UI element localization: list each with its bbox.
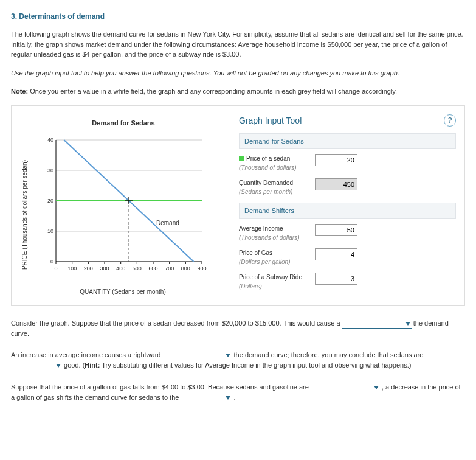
q1-dropdown[interactable] [342, 318, 412, 329]
intro-text: The following graph shows the demand cur… [11, 29, 465, 60]
quantity-output [315, 178, 357, 190]
chart-title: Demand for Sedans [20, 118, 227, 128]
input-tool-column: Graph Input Tool ? Demand for Sedans Pri… [227, 114, 456, 297]
gas-label: Price of Gas [239, 249, 272, 256]
chevron-down-icon [374, 386, 379, 389]
help-icon[interactable]: ? [444, 114, 456, 127]
svg-text:500: 500 [133, 265, 142, 271]
subway-row: Price of a Subway Ride (Dollars) [239, 273, 456, 291]
q3-dropdown-1[interactable] [311, 382, 380, 393]
subway-input[interactable] [315, 273, 357, 285]
svg-text:100: 100 [67, 265, 77, 271]
q2-hint-label: Hint: [85, 361, 100, 369]
tool-section-demand: Demand for Sedans [239, 133, 456, 150]
svg-text:900: 900 [197, 265, 206, 271]
tool-section-shifters: Demand Shifters [239, 203, 456, 219]
svg-text:0: 0 [50, 259, 53, 265]
gas-row: Price of Gas (Dollars per gallon) [239, 248, 456, 267]
demand-chart[interactable]: 0 10 20 30 40 0 100 200 300 400 [32, 134, 214, 286]
q3-dropdown-2[interactable] [181, 392, 232, 403]
question-3: Suppose that the price of a gallon of ga… [11, 382, 465, 403]
svg-text:20: 20 [47, 198, 53, 204]
income-label: Average Income [239, 225, 283, 232]
q2-hint-text: Try substituting different values for Av… [100, 361, 411, 369]
y-axis-label: PRICE (Thousands of dollars per sedan) [20, 160, 29, 270]
quantity-label: Quantity Demanded [239, 179, 293, 186]
q2-dropdown-1[interactable] [162, 350, 232, 361]
svg-text:300: 300 [100, 265, 109, 271]
income-row: Average Income (Thousands of dollars) [239, 224, 456, 242]
x-axis-label: QUANTITY (Sedans per month) [32, 287, 214, 296]
svg-text:200: 200 [84, 265, 93, 271]
income-sublabel: (Thousands of dollars) [239, 234, 300, 241]
quantity-row: Quantity Demanded (Sedans per month) [239, 178, 456, 197]
price-label: Price of a sedan [246, 155, 290, 162]
note-text: Note: Once you enter a value in a white … [11, 86, 465, 97]
instruction-text: Use the graph input tool to help you ans… [11, 68, 465, 78]
chevron-down-icon [405, 322, 410, 326]
q3-text-a: Suppose that the price of a gallon of ga… [11, 383, 311, 391]
q2-text-c: good. ( [64, 361, 85, 369]
chevron-down-icon [226, 354, 230, 357]
q2-text-b: the demand curve; therefore, you may con… [234, 351, 424, 358]
demand-label: Demand [156, 220, 179, 226]
price-input[interactable] [315, 154, 357, 166]
tool-header: Graph Input Tool [239, 114, 302, 127]
subway-label: Price of a Subway Ride [239, 274, 302, 281]
chevron-down-icon [56, 364, 61, 368]
note-label: Note: [11, 88, 28, 95]
svg-text:400: 400 [116, 265, 125, 271]
svg-text:10: 10 [47, 228, 53, 234]
svg-text:700: 700 [165, 265, 174, 271]
price-row: Price of a sedan (Thousand of dollars) [239, 154, 456, 172]
price-sublabel: (Thousand of dollars) [239, 164, 297, 171]
note-body: Once you enter a value in a white field,… [28, 88, 397, 95]
chevron-down-icon [226, 396, 230, 400]
svg-text:0: 0 [54, 265, 57, 271]
question-1: Consider the graph. Suppose that the pri… [11, 318, 465, 339]
q1-text-a: Consider the graph. Suppose that the pri… [11, 319, 342, 327]
graph-panel: Demand for Sedans PRICE (Thousands of do… [11, 105, 465, 306]
subway-sublabel: (Dollars) [239, 283, 262, 290]
section-heading: 3. Determinants of demand [11, 11, 465, 22]
svg-text:800: 800 [181, 265, 190, 271]
svg-text:30: 30 [47, 167, 53, 173]
q2-text-a: An increase in average income causes a r… [11, 351, 162, 358]
price-swatch-icon [239, 156, 244, 161]
income-input[interactable] [315, 224, 357, 236]
q3-text-c: . [234, 394, 236, 401]
chart-column: Demand for Sedans PRICE (Thousands of do… [20, 114, 227, 297]
q2-dropdown-2[interactable] [11, 360, 62, 371]
svg-text:40: 40 [47, 137, 53, 143]
gas-sublabel: (Dollars per gallon) [239, 259, 290, 265]
question-2: An increase in average income causes a r… [11, 350, 465, 371]
svg-text:600: 600 [148, 265, 157, 271]
quantity-sublabel: (Sedans per month) [239, 189, 292, 195]
gas-input[interactable] [315, 248, 357, 260]
